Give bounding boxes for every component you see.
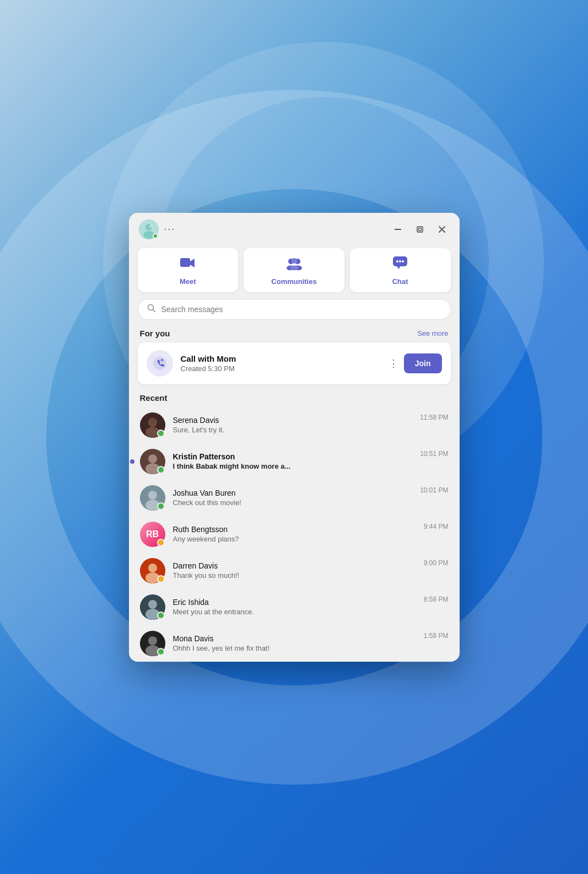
status-badge: [157, 502, 165, 510]
chat-time: 9:00 PM: [424, 558, 449, 567]
for-you-section-header: For you See more: [129, 326, 460, 342]
call-actions: ⋮ Join: [389, 353, 442, 373]
chat-time: 11:58 PM: [420, 412, 448, 421]
chat-time: 9:44 PM: [424, 522, 449, 530]
chat-item[interactable]: Mona Davis Ohhh I see, yes let me fix th…: [138, 625, 451, 662]
avatar-wrap: [140, 485, 165, 511]
window-controls: [390, 222, 450, 237]
chat-content: Kristin Patterson I think Babak might kn…: [173, 452, 413, 470]
meet-label: Meet: [180, 277, 196, 286]
svg-point-19: [402, 260, 404, 262]
chat-content: Darren Davis Thank you so much!!: [173, 561, 416, 580]
chat-content: Joshua Van Buren Check out this movie!: [173, 489, 413, 507]
status-badge: [157, 430, 165, 437]
status-badge: [157, 575, 165, 583]
svg-point-17: [396, 260, 398, 262]
svg-rect-9: [180, 258, 190, 267]
avatar-wrap: [140, 631, 165, 656]
avatar-wrap: [140, 412, 165, 438]
avatar-wrap: [140, 594, 165, 620]
chat-name: Eric Ishida: [173, 598, 416, 607]
status-badge: [157, 539, 165, 546]
chat-name: Ruth Bengtsson: [173, 525, 416, 534]
join-button[interactable]: Join: [404, 353, 442, 373]
search-input[interactable]: [161, 305, 441, 314]
for-you-title: For you: [140, 329, 170, 338]
chat-content: Ruth Bengtsson Any weekend plans?: [173, 525, 416, 543]
chat-time: 8:58 PM: [424, 594, 449, 603]
close-button[interactable]: [434, 222, 450, 237]
search-box: [138, 299, 451, 320]
teams-window: ··· Meet: [129, 213, 460, 662]
chat-item[interactable]: RB Ruth Bengtsson Any weekend plans? 9:4…: [138, 516, 451, 553]
svg-line-21: [153, 309, 155, 312]
chat-button[interactable]: Chat: [350, 248, 451, 292]
call-more-options[interactable]: ⋮: [389, 357, 398, 369]
chat-preview: Thank you so much!!: [173, 571, 416, 580]
meet-icon: [180, 256, 196, 274]
communities-label: Communities: [271, 277, 316, 286]
chat-time: 1:58 PM: [424, 631, 449, 640]
avatar-wrap: RB: [140, 522, 165, 547]
title-bar: ···: [129, 213, 460, 244]
svg-point-37: [148, 600, 157, 609]
call-title: Call with Mom: [181, 354, 381, 363]
nav-section: Meet Communities: [129, 244, 460, 299]
communities-button[interactable]: Communities: [244, 248, 344, 292]
user-avatar-container: [139, 219, 159, 239]
chat-time: 10:01 PM: [420, 485, 448, 494]
search-section: [129, 299, 460, 326]
svg-point-40: [148, 636, 157, 645]
meet-button[interactable]: Meet: [138, 248, 239, 292]
minimize-button[interactable]: [390, 222, 406, 237]
chat-time: 10:51 PM: [420, 449, 448, 458]
search-icon: [147, 304, 156, 315]
more-options-button[interactable]: ···: [164, 223, 176, 235]
chat-name: Joshua Van Buren: [173, 489, 413, 497]
avatar-wrap: [140, 449, 165, 474]
chat-preview: Any weekend plans?: [173, 535, 416, 543]
chat-preview: Ohhh I see, yes let me fix that!: [173, 644, 416, 652]
svg-rect-6: [418, 228, 421, 230]
call-info: Call with Mom Created 5:30 PM: [181, 354, 381, 373]
chat-item[interactable]: Joshua Van Buren Check out this movie! 1…: [138, 480, 451, 516]
svg-point-26: [150, 419, 155, 423]
svg-point-3: [149, 224, 153, 228]
chat-content: Eric Ishida Meet you at the entrance.: [173, 598, 416, 616]
unread-indicator: [130, 459, 134, 464]
chat-preview: Check out this movie!: [173, 498, 413, 507]
svg-rect-5: [417, 227, 423, 232]
svg-point-12: [292, 258, 297, 264]
chat-item[interactable]: Eric Ishida Meet you at the entrance. 8:…: [138, 589, 451, 625]
chat-list: Serena Davis Sure, Let's try it. 11:58 P…: [138, 407, 451, 662]
call-icon: [147, 350, 173, 377]
svg-point-34: [148, 564, 157, 572]
chat-content: Mona Davis Ohhh I see, yes let me fix th…: [173, 634, 416, 652]
chat-preview: Sure, Let's try it.: [173, 426, 413, 434]
svg-point-31: [148, 491, 157, 500]
chat-name: Mona Davis: [173, 634, 416, 643]
chat-label: Chat: [392, 277, 408, 286]
chat-item[interactable]: Serena Davis Sure, Let's try it. 11:58 P…: [138, 407, 451, 443]
recent-title: Recent: [138, 393, 451, 407]
recent-section: Recent Serena Davis Sure, Let's try it. …: [129, 393, 460, 662]
status-badge: [157, 466, 165, 474]
chat-item[interactable]: Kristin Patterson I think Babak might kn…: [138, 443, 451, 480]
see-more-button[interactable]: See more: [417, 329, 448, 337]
svg-point-28: [148, 454, 157, 463]
chat-name: Kristin Patterson: [173, 452, 413, 461]
chat-content: Serena Davis Sure, Let's try it.: [173, 416, 413, 434]
restore-button[interactable]: [412, 222, 428, 237]
call-card: Call with Mom Created 5:30 PM ⋮ Join: [138, 342, 451, 384]
user-online-status: [153, 233, 158, 239]
title-bar-left: ···: [139, 219, 176, 239]
chat-item[interactable]: Darren Davis Thank you so much!! 9:00 PM: [138, 553, 451, 589]
chat-name: Serena Davis: [173, 416, 413, 425]
chat-preview: I think Babak might know more a...: [173, 462, 413, 470]
chat-name: Darren Davis: [173, 561, 416, 570]
svg-point-22: [153, 357, 166, 370]
chat-icon: [392, 256, 408, 274]
communities-icon: [285, 256, 303, 274]
avatar-wrap: [140, 558, 165, 583]
svg-rect-4: [395, 229, 401, 230]
